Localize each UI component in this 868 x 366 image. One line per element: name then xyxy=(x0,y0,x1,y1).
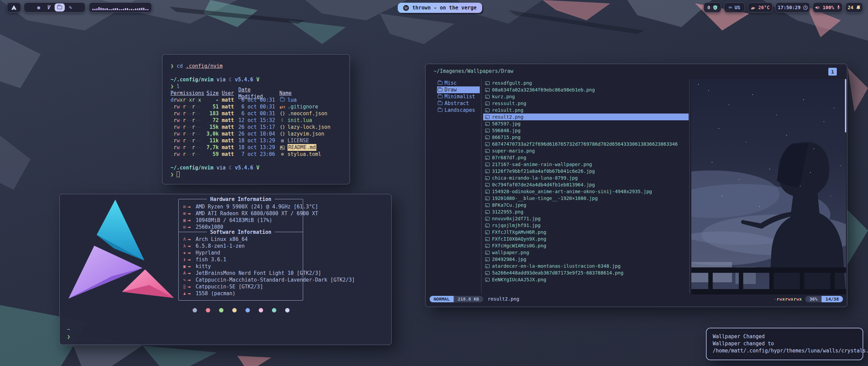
file-row[interactable]: 866715.png xyxy=(483,134,689,141)
notification-toast[interactable]: Wallpaper Changed Wallpaper changed to /… xyxy=(706,328,863,360)
file-name: super-mario.png xyxy=(492,148,535,154)
image-file-icon xyxy=(485,237,490,241)
file-owner: matt xyxy=(222,130,235,137)
ls-row: drwxr-xr-x - matt 6 oct 00:31 lua xyxy=(171,97,350,103)
terminal-window[interactable]: ❯ cd .config/nvim ~/.config/nvim via ☾ v… xyxy=(162,54,350,184)
file-row[interactable]: 8FKa7Cu.jpeg xyxy=(483,202,689,208)
file-manager-window[interactable]: ~/Imagenes/Wallpapers/Draw 1 Misc Draw M… xyxy=(425,64,847,307)
theme-icon: ✎ xyxy=(179,278,188,282)
fetch-value: 1558 (pacman) xyxy=(196,290,235,297)
terminal-input-line[interactable]: ❯ xyxy=(171,171,350,178)
file-date: 18 oct 13:29 xyxy=(238,144,276,151)
file-name: 587597.jpg xyxy=(492,121,520,126)
file-row[interactable]: FXfcII0X0AQyn9X.png xyxy=(483,236,689,242)
file-type-icon xyxy=(279,151,285,158)
file-row[interactable]: EeNKYgIUcAAJ5JX.png xyxy=(483,276,689,283)
file-row[interactable]: 08a634fa02a32364f69ebc86a98eb1eb.png xyxy=(483,86,689,93)
status-bar: NORMAL 218.8 KB result2.png -rwxrwxrwx 3… xyxy=(430,295,843,303)
file-name: 217167-sad-anime-rain-wallpaper.png xyxy=(492,162,592,167)
shell-prompt[interactable]: ❯ xyxy=(67,334,70,340)
ls-row: .rw-r--r-- 51 matt 6 oct 00:31 .gitignor… xyxy=(171,103,350,110)
file-name: .neoconf.json xyxy=(288,110,327,117)
file-row[interactable]: 20492984.jpg xyxy=(483,256,689,263)
clock-widget[interactable]: 17:50:29 xyxy=(775,2,810,13)
workspace-vim[interactable]: V xyxy=(44,4,53,11)
file-row[interactable]: 5a266e448add93deab367d87173e9f25-6837886… xyxy=(483,269,689,276)
terminal-icon: ▣ xyxy=(179,264,188,269)
folder-name: Minimalist xyxy=(445,94,475,100)
file-row[interactable]: rsjqojlmjhf91.jpg xyxy=(483,222,689,229)
launcher-button[interactable] xyxy=(7,2,21,13)
file-row[interactable]: kurz.png xyxy=(483,93,689,100)
speaker-icon xyxy=(815,5,820,10)
sidebar-folder[interactable]: Landscapes xyxy=(437,107,480,114)
fetch-value: 10948MiB / 64183MiB (17%) xyxy=(196,217,272,223)
stars xyxy=(698,84,699,85)
fetch-window[interactable]: Hardware Information ⊡ → AMD Ryzen 9 590… xyxy=(59,194,392,345)
image-file-icon xyxy=(485,176,490,180)
file-name: 68747470733a2f2f696d616765732d7769786d70… xyxy=(492,141,678,147)
sidebar-folder[interactable]: Minimalist xyxy=(437,93,480,100)
file-date: 6 oct 00:31 xyxy=(238,97,276,103)
file-date: 26 oct 10:04 xyxy=(238,130,276,137)
updates-count: 0 xyxy=(707,5,710,10)
file-row[interactable]: wallpaper.png xyxy=(483,249,689,256)
file-date: 12 oct 15:32 xyxy=(238,117,276,124)
file-row[interactable]: re1sult.png xyxy=(483,107,689,114)
sidebar-folder[interactable]: Abstract xyxy=(437,100,480,107)
file-row[interactable]: result2.png xyxy=(483,114,689,120)
file-row[interactable]: FXfcHgcWIAMzs0G.png xyxy=(483,242,689,249)
tab-badge[interactable]: 1 xyxy=(828,68,837,76)
file-permissions: .rw-r--r-- xyxy=(171,144,203,151)
file-row[interactable]: ressdfgult.png xyxy=(483,80,689,86)
fetch-value: Arch Linux x86_64 xyxy=(196,236,248,242)
file-row[interactable]: super-mario.png xyxy=(483,147,689,154)
arrow-icon: → xyxy=(188,236,196,242)
music-widget[interactable]: thrown - on the verge xyxy=(398,3,482,13)
image-file-icon xyxy=(485,264,490,268)
fetch-value: 6.5.8-zen1-1-zen xyxy=(196,243,245,249)
selected-file-name: result2.png xyxy=(488,296,519,302)
file-row[interactable]: 3126f7e9bbf21a8a4af0b67b041c6e26.jpg xyxy=(483,168,689,175)
file-row[interactable]: chica-mirando-la-luna-8799.jpg xyxy=(483,175,689,181)
file-owner: matt xyxy=(222,151,235,158)
visualizer-widget[interactable] xyxy=(89,2,152,13)
audio-widget[interactable]: 100% xyxy=(813,2,843,13)
ls-row: .rw-r--r-- 7,7k matt 18 oct 13:29 README… xyxy=(171,144,350,151)
file-row[interactable]: 19201080-__blue-tinge__-1920×1080.jpg xyxy=(483,195,689,202)
weather-widget[interactable]: 26°C xyxy=(748,2,773,13)
image-file-icon xyxy=(485,136,490,139)
sidebar-folder[interactable]: Misc xyxy=(437,80,480,86)
file-row[interactable]: 154928-odinokoe_anime-art-anime-okno-sin… xyxy=(483,188,689,195)
file-row[interactable]: 3122955.png xyxy=(483,208,689,215)
file-row[interactable]: nnvuv0xj2df71.jpg xyxy=(483,215,689,222)
file-row[interactable]: atardecer-en-la-montanas-ilustracion-634… xyxy=(483,263,689,269)
folder-icon xyxy=(438,88,442,92)
scrollbar[interactable] xyxy=(845,79,846,133)
arrow-icon: → xyxy=(188,217,196,223)
file-row[interactable]: 68747470733a2f2f696d616765732d7769786d70… xyxy=(483,141,689,147)
workspace-paint[interactable]: ✎ xyxy=(66,4,75,11)
workspace-files-active[interactable] xyxy=(55,3,65,12)
notifications-widget[interactable]: 24 xyxy=(845,2,863,13)
workspace-firefox[interactable]: ◉ xyxy=(34,4,43,11)
file-row[interactable]: 0c794faf07de24a4db4d4fb1eb813964.jpg xyxy=(483,181,689,188)
sidebar-folder[interactable]: Draw xyxy=(437,86,480,93)
file-row[interactable]: 596848.jpg xyxy=(483,127,689,134)
file-row[interactable]: FXfcJlTXgAMvH6R.png xyxy=(483,229,689,236)
folder-name: Abstract xyxy=(445,100,469,106)
updates-widget[interactable]: 0 c xyxy=(704,2,721,13)
file-type-icon xyxy=(279,144,285,151)
file-row[interactable]: resssult.png xyxy=(483,100,689,107)
file-permissions: .rw-r--r-- xyxy=(171,124,203,130)
keyboard-layout-widget[interactable]: ⌨ US xyxy=(724,2,745,13)
audio-visualizer xyxy=(92,5,149,10)
arrow-icon: → xyxy=(188,263,196,269)
file-row[interactable]: 87r687df.png xyxy=(483,154,689,161)
file-row[interactable]: 587597.jpg xyxy=(483,120,689,127)
arrow-icon: → xyxy=(188,210,196,217)
shield-icon: c xyxy=(713,5,717,10)
file-name: rsjqojlmjhf91.jpg xyxy=(492,223,540,228)
file-date: 7 oct 23:06 xyxy=(238,151,276,158)
file-row[interactable]: 217167-sad-anime-rain-wallpaper.png xyxy=(483,161,689,168)
